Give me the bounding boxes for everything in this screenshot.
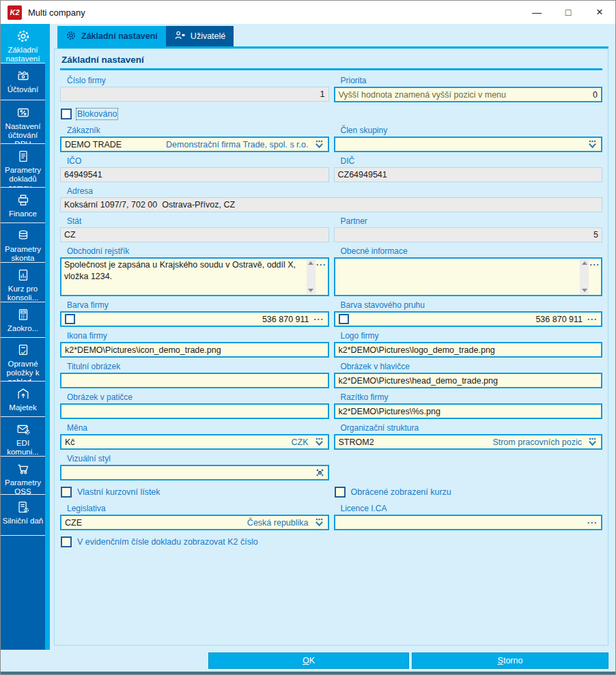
evidencni-cislo-k2-checkbox[interactable] xyxy=(61,536,72,547)
ico-input[interactable]: 64949541 xyxy=(60,167,329,182)
document-check-icon xyxy=(1,341,45,358)
field-label: Logo firmy xyxy=(341,331,603,341)
adresa-input[interactable]: Koksární 1097/7, 702 00 Ostrava-Přívoz, … xyxy=(60,197,602,212)
color-swatch[interactable] xyxy=(65,314,75,324)
cislo-firmy-input[interactable]: 1 xyxy=(60,87,329,102)
ellipsis-button[interactable]: ··· xyxy=(587,518,598,528)
sidebar-item-parametry-dokladu[interactable]: Parametry dokladů samov... xyxy=(1,144,45,188)
ellipsis-button[interactable]: ··· xyxy=(589,259,601,295)
clear-style-icon[interactable] xyxy=(316,468,324,477)
field-adresa: Adresa Koksární 1097/7, 702 00 Ostrava-P… xyxy=(60,182,602,212)
licence-ica-input[interactable]: ··· xyxy=(334,515,603,530)
coins-icon xyxy=(1,227,45,244)
ellipsis-button[interactable]: ··· xyxy=(314,315,324,324)
color-swatch[interactable] xyxy=(339,314,349,324)
logo-firmy-input[interactable]: k2*DEMO\Pictures\logo_demo_trade.png xyxy=(334,342,603,358)
sidebar-item-silnicni-dan[interactable]: Silniční daň xyxy=(1,495,45,536)
scrollbar[interactable] xyxy=(580,259,589,294)
razitko-firmy-input[interactable]: k2*DEMO\Pictures\%s.png xyxy=(334,403,603,419)
field-licence-ica: Licence I.CA ··· xyxy=(334,500,603,530)
field-label: Legislativa xyxy=(67,504,329,513)
scroll-up-icon[interactable] xyxy=(308,261,313,265)
field-label: Obrázek v patičce xyxy=(67,392,329,402)
legislativa-input[interactable]: CZE Česká republika xyxy=(60,515,329,530)
field-label: Zákazník xyxy=(67,126,329,135)
app-window: K2 Multi company — □ × Základní nastaven… xyxy=(0,0,616,675)
sidebar-item-parametry-skonta[interactable]: Parametry skonta xyxy=(1,223,45,263)
vlastni-kurzovni-listek-checkbox[interactable] xyxy=(61,487,72,498)
field-ikona-firmy: Ikona firmy k2*DEMO\Pictures\icon_demo_t… xyxy=(60,327,329,358)
field-evidencni-cislo-k2: V evidenčním čísle dokladu zobrazovat K2… xyxy=(60,530,329,549)
scrollbar[interactable] xyxy=(307,259,316,294)
field-label: DIČ xyxy=(341,156,603,166)
empty-cell xyxy=(334,450,603,480)
empty-cell xyxy=(334,530,603,549)
dropdown-icon[interactable] xyxy=(587,437,598,446)
scroll-down-icon[interactable] xyxy=(308,289,313,292)
titulni-obrazek-input[interactable] xyxy=(60,373,329,388)
sidebar-item-majetek[interactable]: Majetek xyxy=(1,382,45,417)
sidebar-item-zakladni-nastaveni[interactable]: Základní nastavení xyxy=(1,24,45,63)
sidebar-item-zaokrouhleni[interactable]: Zaokro... xyxy=(1,302,45,338)
tab-uzivatele[interactable]: Uživatelé xyxy=(166,26,234,46)
field-cislo-firmy: Číslo firmy 1 xyxy=(60,72,329,102)
field-label: Ikona firmy xyxy=(67,331,329,341)
barva-firmy-input[interactable]: 536 870 911 ··· xyxy=(60,311,329,327)
field-label: Organizační struktura xyxy=(341,423,603,433)
sidebar-item-parametry-oss[interactable]: Parametry OSS xyxy=(1,457,45,495)
field-blokovano: Blokováno xyxy=(60,102,329,121)
field-label: Stát xyxy=(67,216,329,226)
tab-zakladni-nastaveni[interactable]: Základní nastavení xyxy=(57,26,166,46)
mena-input[interactable]: Kč CZK xyxy=(60,434,329,450)
window-title: Multi company xyxy=(28,8,85,18)
blokovano-checkbox[interactable] xyxy=(61,109,72,119)
field-obecne-informace: Obecné informace ··· xyxy=(334,242,603,296)
scroll-up-icon[interactable] xyxy=(582,261,587,265)
document-chart-icon xyxy=(1,266,45,283)
vizualni-styl-input[interactable] xyxy=(60,465,329,480)
sidebar-item-finance[interactable]: Finance xyxy=(1,188,45,223)
dropdown-icon[interactable] xyxy=(587,140,598,149)
sidebar-item-kurz-pro-konsolidaci[interactable]: Kurz pro konsoli... xyxy=(1,263,45,302)
close-button[interactable]: × xyxy=(584,1,615,24)
field-priorita: Priorita Vyšší hodnota znamená vyšší poz… xyxy=(334,72,603,102)
vat-icon xyxy=(1,104,45,121)
obrazek-v-paticce-input[interactable] xyxy=(60,403,329,419)
dropdown-icon[interactable] xyxy=(314,140,324,149)
sidebar-item-opravne-polozky[interactable]: Opravné položky k pohled... xyxy=(1,338,45,382)
sidebar-item-uctovani[interactable]: Účtování xyxy=(1,63,45,100)
zakaznik-input[interactable]: DEMO TRADE Demonstrační firma Trade, spo… xyxy=(60,137,329,152)
form-grid: Číslo firmy 1 Priorita Vyšší hodnota zna… xyxy=(60,72,602,549)
obracene-zobrazeni-kurzu-checkbox[interactable] xyxy=(335,487,346,498)
obecne-informace-textarea[interactable]: ··· xyxy=(334,257,603,296)
ok-button[interactable]: OK xyxy=(208,652,409,669)
sidebar-item-nastaveni-uctovani-dph[interactable]: Nastavení účtování DPH xyxy=(1,100,45,144)
minimize-button[interactable]: — xyxy=(521,1,552,24)
clen-skupiny-input[interactable] xyxy=(334,137,603,152)
dropdown-icon[interactable] xyxy=(314,518,324,527)
barva-stavoveho-pruhu-input[interactable]: 536 870 911 ··· xyxy=(334,311,603,327)
document-gear-icon xyxy=(1,498,45,515)
asset-icon xyxy=(1,385,45,402)
cart-icon xyxy=(1,460,45,477)
ellipsis-button[interactable]: ··· xyxy=(316,259,328,295)
maximize-button[interactable]: □ xyxy=(552,1,584,24)
field-legislativa: Legislativa CZE Česká republika xyxy=(60,500,329,530)
obrazek-v-hlavicce-input[interactable]: k2*DEMO\Pictures\head_demo_trade.png xyxy=(334,373,603,388)
field-mena: Měna Kč CZK xyxy=(60,419,329,450)
organizacni-struktura-input[interactable]: STROM2 Strom pracovních pozic xyxy=(334,434,603,450)
partner-input[interactable]: 5 xyxy=(334,227,603,242)
priorita-input[interactable]: Vyšší hodnota znamená vyšší pozici v men… xyxy=(334,87,603,102)
obchodni-rejstrik-textarea[interactable]: Společnost je zapsána u Krajského soudu … xyxy=(60,257,329,296)
storno-button[interactable]: Storno xyxy=(412,652,608,669)
ellipsis-button[interactable]: ··· xyxy=(587,315,598,324)
scroll-down-icon[interactable] xyxy=(582,289,587,292)
field-clen-skupiny: Člen skupiny xyxy=(334,121,603,152)
field-razitko-firmy: Razítko firmy k2*DEMO\Pictures\%s.png xyxy=(334,388,603,419)
stat-input[interactable]: CZ xyxy=(60,227,329,242)
sidebar-item-edi-komunikace[interactable]: EDI komuni... xyxy=(1,417,45,457)
field-obrazek-v-paticce: Obrázek v patičce xyxy=(60,388,329,419)
dropdown-icon[interactable] xyxy=(314,437,324,446)
dic-input[interactable]: CZ64949541 xyxy=(334,167,603,182)
ikona-firmy-input[interactable]: k2*DEMO\Pictures\icon_demo_trade.png xyxy=(60,342,329,358)
